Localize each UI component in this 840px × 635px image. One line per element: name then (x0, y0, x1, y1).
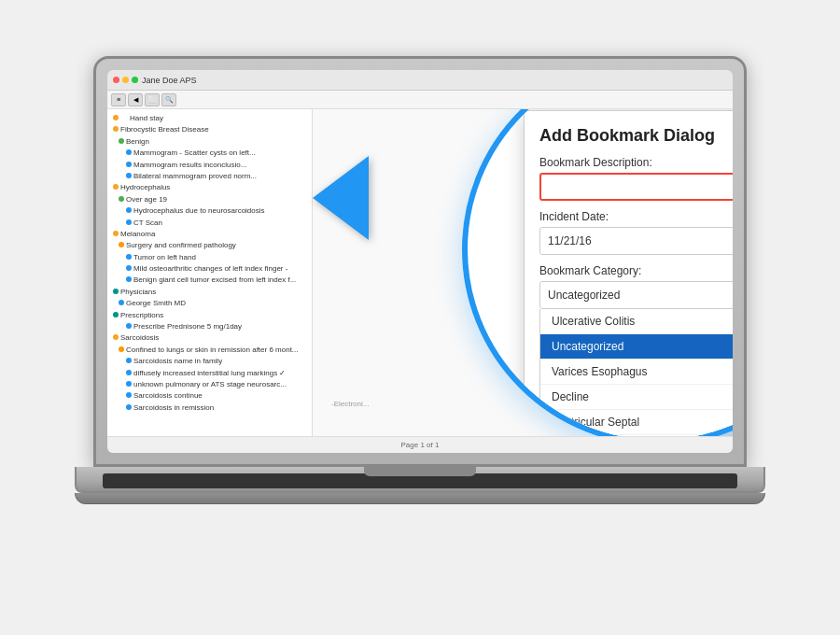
tree-label: Prescribe Prednisone 5 mg/1day (133, 322, 306, 332)
tree-item-benign[interactable]: Benign (109, 136, 310, 148)
dot-icon (113, 115, 119, 120)
tree-item-prednisone[interactable]: Prescribe Prednisone 5 mg/1day (109, 321, 310, 332)
dot-icon (126, 392, 132, 398)
dropdown-item-ventricular[interactable]: Ventricular Septal (540, 410, 733, 435)
circle-container: Add Bookmark Dialog ✏ Bookmark Descripti… (462, 109, 733, 436)
laptop-container: Jane Doe APS ≡ ◀ ⬜ 🔍 Hand stay (65, 56, 775, 579)
tree-label: Confined to lungs or skin in remission a… (126, 346, 306, 355)
laptop-base (75, 467, 765, 493)
maximize-window-btn[interactable] (132, 77, 138, 83)
date-value: 11/21/16 (548, 234, 592, 247)
dot-icon (126, 381, 132, 387)
tree-item-benign-cell[interactable]: Benign giant cell tumor excised from lef… (109, 275, 310, 286)
tree-item-melanoma[interactable]: Melanoma (109, 229, 310, 240)
tree-item-over19[interactable]: Over age 19 (109, 194, 310, 205)
tree-item-sarc-remission[interactable]: Sarcoidosis in remission (109, 402, 310, 414)
dot-icon (119, 196, 124, 202)
tree-label: Surgery and confirmed pathology (126, 241, 306, 250)
blue-circle: Add Bookmark Dialog ✏ Bookmark Descripti… (462, 109, 733, 436)
toolbar-btn-2[interactable]: ◀ (128, 93, 143, 106)
app-header: Jane Doe APS (107, 70, 733, 91)
category-dropdown-list: Ulcerative Colitis Uncategorized Varices… (539, 309, 733, 436)
dot-icon (126, 358, 132, 363)
window-controls (113, 77, 138, 83)
tree-item-hydro-neuro[interactable]: Hydrocephalus due to neurosarcoidosis (109, 205, 310, 217)
tree-item-bilateral[interactable]: Bilateral mammogram proved norm... (109, 171, 310, 182)
tree-label: Sarcoidosis continue (133, 391, 306, 401)
tree-item-hydrocephalus[interactable]: Hydrocephalus (109, 182, 310, 193)
dot-icon (126, 162, 132, 167)
tree-label: Sarcoidosis name in family (133, 357, 306, 366)
tree-label: Mild osteoarthritic changes of left inde… (133, 264, 306, 274)
tree-label: Fibrocystic Breast Disease (120, 125, 306, 134)
tree-item-sarcoidosis[interactable]: Sarcoidosis (109, 332, 310, 344)
dialog-title: Add Bookmark Dialog (539, 126, 715, 146)
tree-label: Melanoma (120, 230, 306, 239)
tree-item-fibrocystic[interactable]: Fibrocystic Breast Disease (109, 124, 310, 135)
dot-icon (113, 289, 119, 294)
laptop-notch (364, 467, 476, 476)
tree-item-sarc-continue[interactable]: Sarcoidosis continue (109, 390, 310, 402)
page-footer: Page 1 of 1 (107, 436, 733, 453)
dropdown-item-defect[interactable]: Defect VSD (540, 435, 733, 436)
dropdown-item-varices[interactable]: Varices Esophagus (540, 360, 733, 385)
tree-label: Physicians (120, 288, 306, 297)
toolbar-btn-4[interactable]: 🔍 (161, 93, 176, 106)
dot-icon (126, 370, 132, 375)
tree-panel: Hand stay Fibrocystic Breast Disease Ben… (107, 109, 313, 436)
dot-icon (126, 404, 132, 410)
tree-item-unknown-pulm[interactable]: unknown pulmonary or ATS stage neurosarc… (109, 379, 310, 390)
tree-item-mammogram2[interactable]: Mammogram results inconclusio... (109, 160, 310, 171)
tree-item-physicians[interactable]: Physicians (109, 287, 310, 298)
bookmark-category-label: Bookmark Category: (539, 264, 733, 277)
dot-icon (113, 126, 119, 132)
tree-item-confined[interactable]: Confined to lungs or skin in remission a… (109, 345, 310, 356)
tree-label: Hydrocephalus (120, 183, 306, 192)
tree-item-ctscan[interactable]: CT Scan (109, 218, 310, 229)
tree-item-surgery[interactable]: Surgery and confirmed pathology (109, 240, 310, 251)
dropdown-item-decline[interactable]: Decline (540, 385, 733, 410)
bookmark-description-label: Bookmark Description: (539, 156, 733, 169)
tree-label: Over age 19 (126, 195, 306, 205)
tree-label: CT Scan (133, 219, 306, 228)
category-text: Uncategorized (540, 289, 733, 302)
dropdown-item-uncategorized[interactable]: Uncategorized (540, 334, 733, 360)
tree-item-handstay[interactable]: Hand stay (109, 113, 310, 124)
dot-icon (126, 207, 132, 213)
close-window-btn[interactable] (113, 77, 119, 83)
dot-icon (113, 231, 119, 236)
dot-icon (119, 300, 124, 305)
tree-item-tumor[interactable]: Tumor on left hand (109, 252, 310, 263)
incident-date-label: Incident Date: (539, 210, 733, 223)
dot-icon (119, 242, 124, 247)
tree-item-georgesmith[interactable]: George Smith MD (109, 298, 310, 309)
tree-label: Sarcoidosis (120, 333, 306, 343)
tree-label: Sarcoidosis in remission (133, 403, 306, 413)
dropdown-item-ulcerative[interactable]: Ulcerative Colitis (540, 309, 733, 334)
tree-item-prescriptions[interactable]: Prescriptions (109, 310, 310, 321)
tree-label: Prescriptions (120, 311, 306, 320)
toolbar: ≡ ◀ ⬜ 🔍 (107, 91, 733, 109)
dot-icon (126, 219, 132, 225)
dot-icon (126, 254, 132, 260)
tree-label: diffusely increased interstitial lung ma… (133, 369, 306, 378)
tree-item-sarc-family[interactable]: Sarcoidosis name in family (109, 356, 310, 367)
right-panel: -Electroni... S □ ◈ Bp (313, 109, 733, 436)
tree-item-osteo[interactable]: Mild osteoarthritic changes of left inde… (109, 263, 310, 275)
tree-label: unknown pulmonary or ATS stage neurosarc… (133, 380, 306, 389)
bookmark-description-input[interactable]: ✕ (539, 173, 733, 201)
tree-label: George Smith MD (126, 299, 306, 308)
dot-icon (113, 334, 119, 340)
minimize-window-btn[interactable] (122, 77, 129, 83)
app-screen: Jane Doe APS ≡ ◀ ⬜ 🔍 Hand stay (107, 70, 733, 453)
dot-icon (126, 149, 132, 155)
laptop-stand (75, 493, 765, 504)
toolbar-btn-3[interactable]: ⬜ (145, 93, 160, 106)
toolbar-btn-1[interactable]: ≡ (111, 93, 126, 106)
incident-date-input[interactable]: 11/21/16 📅 (539, 227, 733, 255)
tree-item-diffusely[interactable]: diffusely increased interstitial lung ma… (109, 368, 310, 379)
tree-item-mammogram1[interactable]: Mammogram - Scatter cysts on left... (109, 148, 310, 159)
bookmark-dialog: Add Bookmark Dialog ✏ Bookmark Descripti… (524, 110, 733, 436)
laptop-screen: Jane Doe APS ≡ ◀ ⬜ 🔍 Hand stay (107, 70, 733, 453)
dot-icon (126, 276, 132, 282)
